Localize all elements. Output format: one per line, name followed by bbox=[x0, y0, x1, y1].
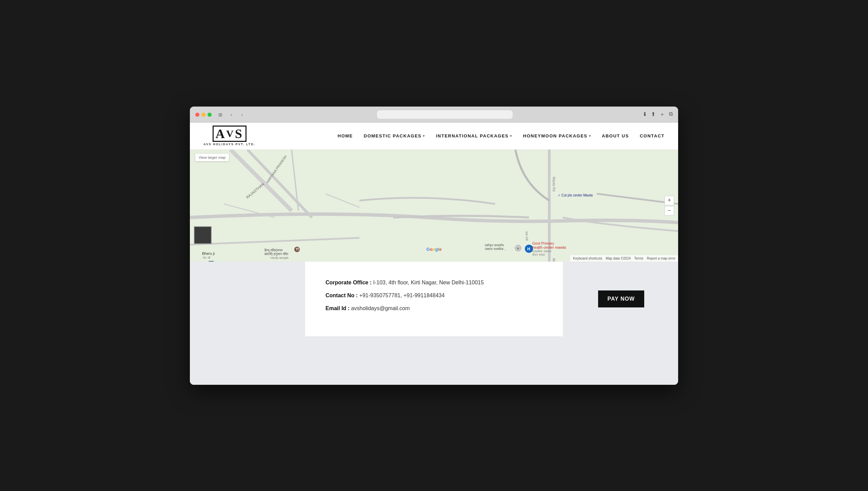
nav-honeymoon[interactable]: HONEYMOON PACKAGES ▾ bbox=[523, 133, 591, 138]
new-tab-icon[interactable]: ＋ bbox=[659, 111, 665, 118]
address-bar: Not Secure — avsholidays.com bbox=[251, 110, 638, 119]
svg-text:केंद्र मावता: केंद्र मावता bbox=[532, 253, 545, 257]
corporate-office-value: I-103, 4th floor, Kirti Nagar, New Delhi… bbox=[373, 280, 484, 285]
nav-home[interactable]: HOME bbox=[338, 133, 353, 138]
map-svg: RAJASTHAN HARYANA PRADESH Maota Rd Maota… bbox=[190, 150, 678, 262]
forward-button[interactable]: › bbox=[237, 110, 247, 119]
svg-text:⊕: ⊕ bbox=[517, 247, 519, 250]
contact-number-label: Contact No : bbox=[326, 292, 358, 298]
zoom-out-button[interactable]: − bbox=[665, 206, 674, 215]
map-thumbnail[interactable] bbox=[194, 226, 212, 244]
sidebar-toggle[interactable]: ⊞ bbox=[216, 110, 225, 119]
domestic-dropdown-arrow: ▾ bbox=[423, 134, 425, 138]
honeymoon-dropdown-arrow: ▾ bbox=[589, 134, 591, 138]
map-container[interactable]: RAJASTHAN HARYANA PRADESH Maota Rd Maota… bbox=[190, 150, 678, 262]
logo-text: AVS bbox=[213, 126, 246, 142]
zoom-in-button[interactable]: + bbox=[665, 196, 674, 205]
traffic-light-yellow[interactable] bbox=[201, 113, 205, 117]
contact-number-row: Contact No : +91-9350757781, +91-9911848… bbox=[326, 292, 542, 299]
email-value: avsholidays@gmail.com bbox=[351, 305, 410, 311]
svg-text:अता मती: अता मती bbox=[525, 231, 528, 241]
nav-domestic[interactable]: DOMESTIC PACKAGES ▾ bbox=[364, 133, 425, 138]
traffic-light-green[interactable] bbox=[208, 113, 212, 117]
logo-subtitle: AVS HOLIDAYS PVT. LTD. bbox=[203, 143, 255, 146]
google-logo: Google bbox=[427, 246, 442, 252]
terms-link[interactable]: Terms bbox=[634, 257, 643, 260]
svg-text:✓ Cut pls center Maota: ✓ Cut pls center Maota bbox=[558, 193, 593, 197]
site-header: AVS AVS HOLIDAYS PVT. LTD. HOME DOMESTIC… bbox=[190, 122, 678, 150]
nav-contact[interactable]: CONTACT bbox=[640, 133, 665, 138]
map-data-label: Map data ©2024 bbox=[606, 257, 631, 260]
pay-now-button[interactable]: PAY NOW bbox=[598, 290, 645, 307]
svg-text:H: H bbox=[527, 247, 530, 251]
email-row: Email Id : avsholidays@gmail.com bbox=[326, 305, 542, 311]
page-content: AVS AVS HOLIDAYS PVT. LTD. HOME DOMESTIC… bbox=[190, 122, 678, 385]
view-larger-map-button[interactable]: View larger map bbox=[195, 154, 229, 161]
email-label: Email Id : bbox=[326, 305, 350, 311]
nav-about[interactable]: ABOUT US bbox=[602, 133, 629, 138]
corporate-office-row: Corporate Office : I-103, 4th floor, Kir… bbox=[326, 280, 542, 286]
svg-text:health center mawta: health center mawta bbox=[532, 245, 566, 249]
traffic-lights bbox=[195, 113, 212, 117]
tabs-icon[interactable]: ⧉ bbox=[669, 111, 673, 118]
browser-navigation: ⊞ ‹ › bbox=[216, 110, 247, 119]
share-icon[interactable]: ⬆ bbox=[651, 111, 655, 118]
svg-text:Govt Primary: Govt Primary bbox=[532, 241, 554, 245]
browser-window: ⊞ ‹ › Not Secure — avsholidays.com ⬇ ⬆ ＋… bbox=[190, 107, 678, 385]
svg-text:Hindu temple: Hindu temple bbox=[271, 256, 289, 260]
international-dropdown-arrow: ▾ bbox=[510, 134, 512, 138]
map-controls: + − bbox=[665, 196, 674, 215]
svg-text:Bheru ji: Bheru ji bbox=[202, 251, 215, 256]
contact-section: Corporate Office : I-103, 4th floor, Kir… bbox=[305, 262, 563, 336]
keyboard-shortcuts-link[interactable]: Keyboard shortcuts bbox=[573, 257, 602, 260]
site-nav: HOME DOMESTIC PACKAGES ▾ INTERNATIONAL P… bbox=[338, 133, 665, 138]
svg-text:बावजी) हनुमान मंदिर: बावजी) हनुमान मंदिर bbox=[264, 252, 289, 256]
corporate-office-label: Corporate Office : bbox=[326, 280, 372, 285]
nav-international[interactable]: INTERNATIONAL PACKAGES ▾ bbox=[436, 133, 512, 138]
url-input[interactable]: Not Secure — avsholidays.com bbox=[377, 110, 513, 119]
download-icon[interactable]: ⬇ bbox=[643, 111, 647, 118]
svg-text:⛩: ⛩ bbox=[296, 248, 299, 251]
svg-text:उच्चतर माध्यमिक...: उच्चतर माध्यमिक... bbox=[485, 247, 506, 251]
svg-text:भेरु जी: भेरु जी bbox=[203, 256, 211, 260]
svg-text:Maota Rd: Maota Rd bbox=[552, 177, 556, 191]
map-footer: Keyboard shortcuts Map data ©2024 Terms … bbox=[570, 255, 678, 262]
traffic-light-red[interactable] bbox=[195, 113, 199, 117]
svg-text:एकीकृत शासकीय: एकीकृत शासकीय bbox=[485, 244, 504, 247]
contact-number-value: +91-9350757781, +91-9911848434 bbox=[359, 292, 445, 298]
map-section: RAJASTHAN HARYANA PRADESH Maota Rd Maota… bbox=[190, 150, 678, 385]
back-button[interactable]: ‹ bbox=[226, 110, 236, 119]
logo-area: AVS AVS HOLIDAYS PVT. LTD. bbox=[203, 126, 255, 146]
browser-chrome: ⊞ ‹ › Not Secure — avsholidays.com ⬇ ⬆ ＋… bbox=[190, 107, 678, 122]
svg-text:Maota Rd: Maota Rd bbox=[552, 258, 556, 262]
browser-actions: ⬇ ⬆ ＋ ⧉ bbox=[643, 111, 673, 118]
report-error-link[interactable]: Report a map error bbox=[647, 257, 675, 260]
